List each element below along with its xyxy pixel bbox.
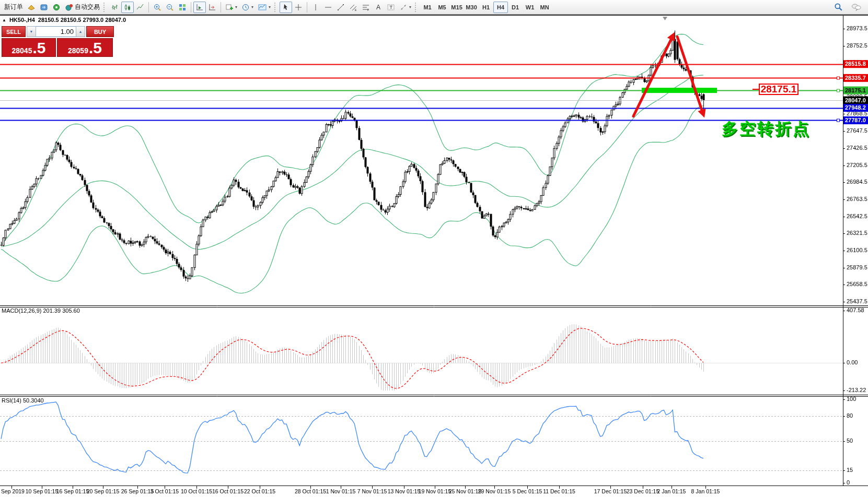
zoom-out-button[interactable] — [164, 2, 176, 13]
strategy-tester-button[interactable] — [38, 2, 50, 13]
tile-windows-button[interactable] — [176, 2, 189, 13]
sell-button[interactable]: SELL — [2, 26, 26, 37]
search-button[interactable] — [831, 1, 845, 13]
autotrading-button[interactable]: 自动交易 — [63, 2, 102, 13]
symbol-period-label: HK50-,H4 — [9, 17, 35, 23]
zoom-out-icon — [166, 3, 174, 11]
svg-text:T: T — [390, 5, 393, 10]
line-chart-icon — [136, 3, 144, 11]
macd-label: MACD(12,26,9) 201.39 305.60 — [2, 307, 80, 314]
toolbar-separator — [307, 2, 307, 13]
horizontal-line-button[interactable] — [322, 2, 334, 13]
dropdown-caret: ▾ — [269, 5, 271, 9]
svg-text:A: A — [376, 4, 380, 11]
cursor-button[interactable] — [280, 2, 292, 13]
time-axis-label: 16 Sep 01:15 — [56, 488, 89, 494]
trendline-button[interactable] — [334, 2, 347, 13]
volume-increase-button[interactable]: ▲ — [76, 26, 85, 37]
timeframe-button-m1[interactable]: M1 — [420, 2, 435, 13]
timeframe-group: M1M5M15M30H1H4D1W1MN — [420, 1, 552, 14]
vertical-line-icon — [311, 3, 320, 11]
timeframe-button-m15[interactable]: M15 — [449, 2, 464, 13]
cursor-icon — [282, 3, 290, 11]
svg-text:F: F — [367, 8, 369, 11]
vertical-line-button[interactable] — [309, 2, 322, 13]
metaeditor-button[interactable] — [25, 2, 38, 13]
time-axis-label: 25 Nov 01:15 — [449, 488, 481, 494]
time-axis-label: 3 Oct 01:15 — [151, 488, 179, 494]
template-button[interactable]: ▾ — [256, 2, 273, 13]
autotrading-icon — [65, 3, 73, 11]
sell-price-box[interactable]: 28045 .5 — [2, 38, 56, 57]
sell-price-pips: .5 — [32, 40, 45, 56]
main-toolbar: 新订单 自动交易 — [0, 0, 868, 15]
time-axis-label: 10 Sep 01:15 — [26, 488, 58, 494]
timeframe-button-h1[interactable]: H1 — [479, 2, 493, 13]
auto-scroll-button[interactable] — [193, 2, 206, 13]
time-axis-label: 5 Dec 01:15 — [513, 488, 542, 494]
turning-point-annotation[interactable]: 多空转折点 — [722, 118, 811, 140]
time-axis-label: 1 Nov 01:15 — [326, 488, 356, 494]
timeframe-button-m30[interactable]: M30 — [464, 2, 479, 13]
toolbar-grip — [415, 3, 419, 12]
chart-shift-icon — [208, 3, 216, 11]
label-icon: T — [387, 3, 395, 11]
autotrading-label: 自动交易 — [75, 3, 100, 11]
svg-text:E: E — [355, 8, 357, 11]
timeframe-button-w1[interactable]: W1 — [523, 2, 537, 13]
timeframe-button-m5[interactable]: M5 — [435, 2, 449, 13]
volume-input[interactable] — [36, 26, 76, 37]
time-axis-label: 29 Nov 01:15 — [478, 488, 511, 494]
time-axis-label: 19 Nov 01:15 — [419, 488, 451, 494]
time-axis[interactable]: Sep 201910 Sep 01:1516 Sep 01:1520 Sep 0… — [0, 487, 843, 496]
arrows-icon — [399, 3, 408, 11]
toolbar-separator — [221, 2, 221, 13]
dropdown-caret: ▾ — [251, 5, 253, 9]
label-button[interactable]: T — [385, 2, 397, 13]
time-axis-label: 20 Sep 01:15 — [87, 488, 119, 494]
one-click-trading-panel: SELL ▼ ▲ BUY 28045 .5 28059 .5 — [2, 26, 114, 57]
fibonacci-icon: F — [362, 3, 370, 11]
buy-price-box[interactable]: 28059 .5 — [57, 38, 113, 57]
candlestick-chart-button[interactable] — [121, 2, 134, 13]
new-chart-button[interactable]: ▾ — [223, 2, 239, 13]
timeframe-button-d1[interactable]: D1 — [508, 2, 523, 13]
chat-button[interactable] — [849, 1, 864, 13]
symbol-header: ▲ HK50-,H4 28150.5 28150.5 27993.0 28047… — [2, 17, 126, 23]
chart-shift-button[interactable] — [206, 2, 218, 13]
volume-control: ▼ ▲ — [27, 26, 85, 37]
buy-price-main: 28059 — [68, 45, 88, 56]
time-axis-label: 28 Oct 01:15 — [295, 488, 326, 494]
toolbar-grip — [103, 3, 107, 12]
ohlc-values: 28150.5 28150.5 27993.0 28047.0 — [38, 17, 126, 23]
crosshair-button[interactable] — [292, 2, 305, 13]
zoom-in-button[interactable] — [151, 2, 164, 13]
timeframe-button-h4[interactable]: H4 — [493, 2, 508, 13]
alerts-button[interactable] — [50, 2, 63, 13]
signal-icon — [52, 3, 61, 11]
line-chart-button[interactable] — [134, 2, 146, 13]
chart-canvas[interactable] — [0, 0, 868, 497]
collapse-triangle-icon[interactable]: ▲ — [2, 18, 6, 22]
dropdown-caret: ▾ — [235, 5, 237, 9]
window-icon — [40, 3, 48, 11]
price-callout-box[interactable]: 28175.1 — [759, 84, 798, 95]
arrows-button[interactable]: ▾ — [397, 2, 413, 13]
time-axis-label: 22 Oct 01:15 — [244, 488, 275, 494]
period-button[interactable]: ▾ — [239, 2, 256, 13]
tile-windows-icon — [178, 3, 187, 11]
toolbar-grip — [274, 3, 278, 12]
time-axis-label: 2 Jan 01:15 — [657, 488, 686, 494]
toolbar-separator — [191, 2, 191, 13]
new-order-button[interactable]: 新订单 — [2, 2, 25, 13]
text-button[interactable]: A — [372, 2, 385, 13]
buy-button[interactable]: BUY — [86, 26, 114, 37]
time-axis-label: 17 Dec 01:15 — [594, 488, 627, 494]
timeframe-button-mn[interactable]: MN — [537, 2, 552, 13]
volume-decrease-button[interactable]: ▼ — [27, 26, 36, 37]
bar-chart-button[interactable] — [109, 2, 121, 13]
zoom-in-icon — [153, 3, 161, 11]
chat-icon — [851, 2, 862, 11]
equidistant-channel-button[interactable]: E — [347, 2, 360, 13]
fibonacci-button[interactable]: F — [360, 2, 372, 13]
